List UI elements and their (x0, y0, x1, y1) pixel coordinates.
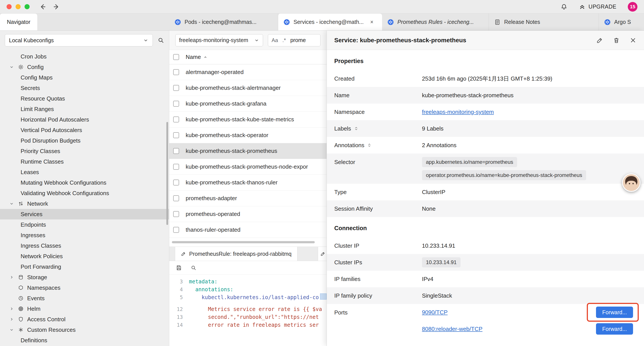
sidebar-item-services[interactable]: Services (0, 209, 169, 219)
table-row[interactable]: kube-prometheus-stack-kube-state-metrics (169, 112, 326, 127)
tab-close-icon[interactable]: × (370, 19, 374, 25)
notifications-bell-icon[interactable] (560, 3, 568, 10)
tab-release-notes[interactable]: Release Notes (489, 13, 599, 30)
sidebar-item-config-maps[interactable]: Config Maps (0, 72, 169, 83)
sidebar-item-ingresses[interactable]: Ingresses (0, 230, 169, 240)
sidebar-item-leases[interactable]: Leases (0, 167, 169, 177)
sidebar-item-priority-classes[interactable]: Priority Classes (0, 146, 169, 156)
sidebar-item-secrets[interactable]: Secrets (0, 83, 169, 93)
row-checkbox[interactable] (173, 116, 179, 122)
back-button[interactable] (39, 3, 46, 10)
column-header-name[interactable]: Name (186, 54, 208, 60)
sidebar-item-helm[interactable]: Helm (0, 304, 169, 314)
sidebar-item-limit-ranges[interactable]: Limit Ranges (0, 104, 169, 114)
row-checkbox[interactable] (173, 101, 179, 107)
match-case-toggle[interactable]: Aa (272, 37, 278, 43)
horizontal-scrollbar[interactable] (169, 238, 326, 247)
row-checkbox[interactable] (173, 132, 179, 138)
annotations-count: 2 Annotations (422, 142, 636, 149)
row-checkbox[interactable] (173, 227, 179, 233)
window-minimize-button[interactable] (16, 4, 20, 9)
forward-button[interactable]: Forward... (596, 307, 633, 318)
row-checkbox[interactable] (173, 180, 179, 185)
row-checkbox[interactable] (173, 211, 179, 217)
expand-collapse-icon[interactable] (367, 143, 372, 148)
sidebar-item-events[interactable]: Events (0, 293, 169, 304)
upgrade-button[interactable]: UPGRADE (579, 3, 616, 10)
sidebar-item-horizontal-pod-autoscalers[interactable]: Horizontal Pod Autoscalers (0, 114, 169, 125)
sidebar-item-network-policies[interactable]: Network Policies (0, 251, 169, 262)
delete-button[interactable] (613, 37, 620, 44)
sidebar-item-definitions[interactable]: Definitions (0, 335, 169, 346)
editor-tab-prometheusrule[interactable]: PrometheusRule: freeleaps-prod-rabbitmq (175, 247, 298, 261)
forward-button[interactable] (53, 3, 60, 10)
table-row[interactable]: kube-prometheus-stack-prometheus-node-ex… (169, 159, 326, 175)
navigator-panel-tab[interactable]: Navigator (0, 13, 37, 30)
table-row[interactable]: prometheus-operated (169, 206, 326, 222)
sidebar-item-network[interactable]: Network (0, 198, 169, 209)
sidebar-item-namespaces[interactable]: Namespaces (0, 283, 169, 293)
horizontal-scrollbar-thumb[interactable] (172, 241, 315, 243)
yaml-editor[interactable]: 3metadata: 4 annotations: 5 kubectl.kube… (169, 275, 326, 346)
namespace-link[interactable]: freeleaps-monitoring-system (422, 109, 494, 115)
window-close-button[interactable] (6, 4, 12, 9)
sidebar-item-config[interactable]: Config (0, 62, 169, 72)
row-checkbox[interactable] (173, 148, 179, 154)
sidebar-item-pod-disruption-budgets[interactable]: Pod Disruption Budgets (0, 135, 169, 146)
chevron-right-icon[interactable] (9, 306, 14, 311)
tab-argo[interactable]: Argo S (599, 13, 644, 30)
port-link-9090[interactable]: 9090/TCP (422, 309, 448, 316)
edit-button[interactable] (596, 37, 603, 44)
table-row[interactable]: kube-prometheus-stack-thanos-ruler (169, 175, 326, 191)
table-row-selected[interactable]: kube-prometheus-stack-prometheus (169, 143, 326, 159)
chevron-down-icon[interactable] (9, 201, 14, 206)
tab-prometheus-rules[interactable]: Prometheus Rules - icecheng... (382, 13, 489, 30)
save-button[interactable] (176, 265, 182, 271)
webcam-avatar[interactable] (622, 173, 640, 192)
editor-tab-partial[interactable] (318, 247, 326, 261)
sidebar-item-custom-resources[interactable]: Custom Resources (0, 325, 169, 335)
tab-services[interactable]: Services - icecheng@math... × (278, 13, 382, 30)
table-row[interactable]: thanos-ruler-operated (169, 222, 326, 238)
tab-pods[interactable]: Pods - icecheng@mathmas... (169, 13, 278, 30)
kubeconfig-select[interactable]: Local Kubeconfigs (5, 34, 153, 46)
row-checkbox[interactable] (173, 164, 179, 170)
sidebar-item-validating-webhook-configurations[interactable]: Validating Webhook Configurations (0, 188, 169, 198)
sidebar-item-runtime-classes[interactable]: Runtime Classes (0, 156, 169, 167)
window-zoom-button[interactable] (24, 4, 30, 9)
sidebar-item-endpoints[interactable]: Endpoints (0, 219, 169, 230)
forward-button[interactable]: Forward... (596, 323, 633, 335)
port-link-8080[interactable]: 8080:reloader-web/TCP (422, 326, 482, 333)
table-row[interactable]: alertmanager-operated (169, 64, 326, 80)
chevron-down-icon[interactable] (9, 65, 14, 69)
chevron-right-icon[interactable] (9, 275, 14, 280)
editor-search-button[interactable] (191, 265, 196, 271)
sidebar-item-resource-quotas[interactable]: Resource Quotas (0, 93, 169, 104)
sidebar-item-port-forwarding[interactable]: Port Forwarding (0, 262, 169, 272)
namespace-filter-select[interactable]: freeleaps-monitoring-system (175, 34, 263, 46)
expand-collapse-icon[interactable] (354, 126, 358, 131)
sidebar-item-ingress-classes[interactable]: Ingress Classes (0, 240, 169, 251)
search-input[interactable]: Aa .* prome (268, 34, 320, 46)
sidebar-item-mutating-webhook-configurations[interactable]: Mutating Webhook Configurations (0, 177, 169, 188)
table-row[interactable]: kube-prometheus-stack-grafana (169, 96, 326, 112)
sidebar-item-vertical-pod-autoscalers[interactable]: Vertical Pod Autoscalers (0, 125, 169, 135)
close-panel-button[interactable] (630, 37, 636, 44)
row-checkbox[interactable] (173, 195, 179, 201)
table-row[interactable]: kube-prometheus-stack-operator (169, 127, 326, 143)
chevron-right-icon[interactable] (9, 317, 14, 322)
table-row[interactable]: prometheus-adapter (169, 191, 326, 206)
sidebar-scrollbar-thumb[interactable] (166, 122, 168, 225)
property-row-ip-families: IP families IPv4 (327, 271, 644, 287)
sidebar-item-cron-jobs[interactable]: Cron Jobs (0, 51, 169, 62)
regex-toggle[interactable]: .* (282, 37, 286, 43)
notification-count-badge[interactable]: 15 (628, 2, 638, 11)
table-row[interactable]: kube-prometheus-stack-alertmanager (169, 80, 326, 96)
chevron-down-icon[interactable] (9, 327, 14, 332)
select-all-checkbox[interactable] (173, 54, 179, 60)
sidebar-item-storage[interactable]: Storage (0, 272, 169, 283)
sidebar-item-access-control[interactable]: Access Control (0, 314, 169, 325)
sidebar-search-icon[interactable] (158, 37, 164, 43)
row-checkbox[interactable] (173, 69, 179, 75)
row-checkbox[interactable] (173, 85, 179, 91)
